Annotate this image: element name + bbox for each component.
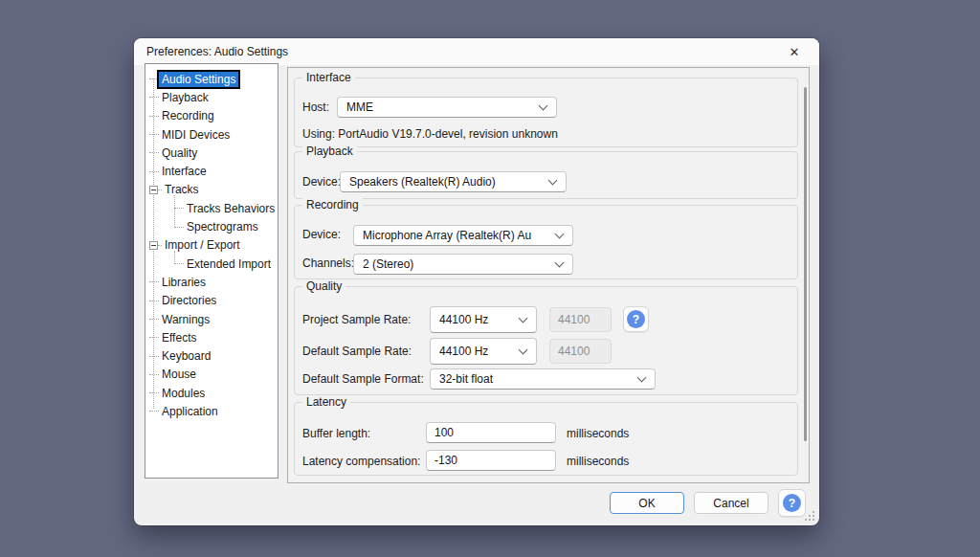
tree-item-application[interactable]: Application xyxy=(145,402,278,420)
collapse-minus-icon[interactable] xyxy=(149,241,158,250)
chevron-down-icon xyxy=(519,345,528,354)
channels-value: 2 (Stereo) xyxy=(363,257,413,271)
close-icon[interactable]: ✕ xyxy=(779,41,810,62)
project-sample-rate-value: 44100 Hz xyxy=(439,313,488,326)
playback-group: Playback Device: Speakers (Realtek(R) Au… xyxy=(294,151,798,199)
tree-item-effects[interactable]: Effects xyxy=(145,328,278,346)
playback-device-label: Device: xyxy=(302,175,341,189)
tree-item-label: Playback xyxy=(159,90,212,105)
tree-item-import-export[interactable]: Import / Export xyxy=(145,236,278,255)
tree-item-label: Audio Settings xyxy=(159,72,238,87)
tree-item-quality[interactable]: Quality xyxy=(145,144,278,162)
tree-item-label: Extended Import xyxy=(184,256,274,272)
tree-item-label: Effects xyxy=(159,330,199,345)
project-sample-rate-select[interactable]: 44100 Hz xyxy=(430,306,537,333)
tree-connector xyxy=(149,319,159,320)
tree-connector xyxy=(149,411,159,412)
tree-connector xyxy=(174,263,184,264)
preferences-dialog: Preferences: Audio Settings ✕ Audio Sett… xyxy=(134,38,819,525)
channels-select[interactable]: 2 (Stereo) xyxy=(353,254,573,275)
content-scrollbar-thumb[interactable] xyxy=(804,87,807,441)
chevron-down-icon xyxy=(637,372,647,382)
collapse-minus-icon[interactable] xyxy=(149,186,158,194)
tree-item-spectrograms[interactable]: Spectrograms xyxy=(145,217,278,235)
channels-label: Channels: xyxy=(302,256,354,270)
tree-connector xyxy=(174,227,184,228)
titlebar[interactable]: Preferences: Audio Settings ✕ xyxy=(134,38,819,65)
recording-device-select[interactable]: Microphone Array (Realtek(R) Au xyxy=(353,225,573,246)
tree-connector xyxy=(149,392,159,393)
tree-item-label: Tracks Behaviors xyxy=(184,201,278,216)
chevron-down-icon xyxy=(519,313,528,323)
tree-item-modules[interactable]: Modules xyxy=(145,384,278,402)
recording-device-label: Device: xyxy=(302,228,341,241)
ok-button[interactable]: OK xyxy=(610,492,684,514)
help-icon: ? xyxy=(627,310,645,328)
tree-connector xyxy=(149,356,159,357)
quality-group-title: Quality xyxy=(302,279,345,293)
default-sample-rate-label: Default Sample Rate: xyxy=(302,345,412,358)
dialog-help-button[interactable]: ? xyxy=(778,489,806,517)
tree-item-label: Spectrograms xyxy=(184,219,261,234)
tree-item-label: Quality xyxy=(159,145,200,161)
tree-connector xyxy=(149,78,159,79)
project-sample-rate-label: Project Sample Rate: xyxy=(302,313,411,326)
tree-connector xyxy=(149,171,159,172)
resize-grip-icon[interactable] xyxy=(804,510,815,522)
chevron-down-icon xyxy=(555,229,565,238)
tree-item-recording[interactable]: Recording xyxy=(145,107,278,125)
quality-group: Quality Project Sample Rate: 44100 Hz 44… xyxy=(294,286,798,395)
tree-item-extended-import[interactable]: Extended Import xyxy=(145,255,278,273)
tree-item-label: Recording xyxy=(159,108,217,123)
portaudio-version-text: Using: PortAudio V19.7.0-devel, revision… xyxy=(302,127,558,141)
recording-device-value: Microphone Array (Realtek(R) Au xyxy=(363,229,531,242)
help-icon: ? xyxy=(783,494,801,512)
tree-item-audio-settings[interactable]: Audio Settings xyxy=(145,70,278,88)
default-sample-format-label: Default Sample Format: xyxy=(302,372,424,386)
tree-connector xyxy=(149,152,159,153)
tree-connector xyxy=(149,374,159,375)
sample-rate-help-button[interactable]: ? xyxy=(623,306,649,332)
chevron-down-icon xyxy=(555,257,565,267)
tree-item-playback[interactable]: Playback xyxy=(145,88,278,106)
default-sample-rate-value: 44100 Hz xyxy=(439,345,488,358)
tree-item-label: Mouse xyxy=(159,367,199,382)
tree-connector xyxy=(149,301,159,301)
tree-item-label: Warnings xyxy=(159,312,212,327)
default-sample-rate-select[interactable]: 44100 Hz xyxy=(430,338,537,365)
recording-group-title: Recording xyxy=(302,198,363,212)
tree-connector xyxy=(174,208,184,209)
latency-compensation-label: Latency compensation: xyxy=(302,455,420,468)
host-select[interactable]: MME xyxy=(337,97,557,118)
tree-item-label: MIDI Devices xyxy=(159,127,233,143)
tree-item-label: Modules xyxy=(159,386,208,401)
tree-item-label: Application xyxy=(159,404,221,419)
chevron-down-icon xyxy=(548,175,558,185)
tree-connector xyxy=(149,337,159,338)
default-sample-format-value: 32-bit float xyxy=(439,372,493,386)
tree-item-midi-devices[interactable]: MIDI Devices xyxy=(145,125,278,144)
latency-compensation-input[interactable]: -130 xyxy=(426,450,556,471)
tree-item-tracks[interactable]: Tracks xyxy=(145,181,278,199)
host-selected-value: MME xyxy=(346,100,373,114)
tree-item-directories[interactable]: Directories xyxy=(145,292,278,310)
tree-item-mouse[interactable]: Mouse xyxy=(145,366,278,384)
tree-item-libraries[interactable]: Libraries xyxy=(145,273,278,291)
tree-item-label: Tracks xyxy=(162,182,202,197)
default-sample-format-select[interactable]: 32-bit float xyxy=(430,368,656,390)
tree-item-interface[interactable]: Interface xyxy=(145,162,278,180)
host-label: Host: xyxy=(302,100,329,114)
playback-device-select[interactable]: Speakers (Realtek(R) Audio) xyxy=(340,171,567,192)
cancel-button[interactable]: Cancel xyxy=(694,492,768,514)
tree-connector xyxy=(149,134,159,135)
latency-group: Latency Buffer length: 100 milliseconds … xyxy=(294,402,798,476)
latency-group-title: Latency xyxy=(302,395,350,409)
tree-item-keyboard[interactable]: Keyboard xyxy=(145,346,278,365)
tree-item-label: Keyboard xyxy=(159,348,213,364)
buffer-length-input[interactable]: 100 xyxy=(426,422,556,443)
settings-content-panel: Interface Host: MME Using: PortAudio V19… xyxy=(287,67,810,483)
tree-item-label: Import / Export xyxy=(162,237,243,253)
window-title: Preferences: Audio Settings xyxy=(134,45,288,58)
tree-item-tracks-behaviors[interactable]: Tracks Behaviors xyxy=(145,199,278,217)
tree-item-warnings[interactable]: Warnings xyxy=(145,310,278,328)
